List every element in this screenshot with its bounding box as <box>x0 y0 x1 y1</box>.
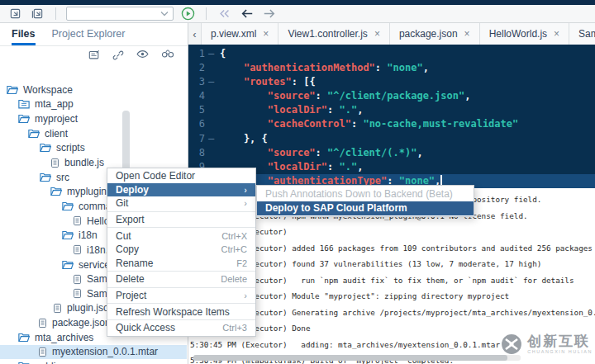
menu-item-label: Export <box>116 214 145 225</box>
tree-item[interactable]: scripts <box>0 141 187 156</box>
code-line[interactable]: 5 "localDir": ".", <box>188 103 595 117</box>
menu-item-label: Rename <box>116 258 153 269</box>
code-token: "localDir" <box>268 104 327 116</box>
navigate-forward-button[interactable] <box>261 7 278 21</box>
editor-tab-helloworld-js[interactable]: HelloWorld.js× <box>480 23 569 45</box>
code-token: , <box>464 90 470 102</box>
editor-tab-p-view-xml[interactable]: p.view.xml× <box>202 23 278 45</box>
link-editor-button[interactable] <box>112 50 124 61</box>
menu-separator <box>107 319 255 320</box>
code-text: { <box>217 47 226 61</box>
menu-item-label: Delete <box>116 273 145 285</box>
code-token: { <box>220 48 226 59</box>
code-token <box>220 62 244 73</box>
tree-item[interactable]: Workspace <box>0 83 187 97</box>
menu-item-quick-access[interactable]: Quick AccessCtrl+3 <box>107 321 255 335</box>
tree-item-label: scripts <box>56 142 85 154</box>
fold-marker-icon[interactable]: ‒ <box>205 132 217 146</box>
line-number: 3 <box>188 75 205 89</box>
menu-item-project[interactable]: Project› <box>107 289 255 303</box>
console-hscrollbar-thumb[interactable] <box>193 355 507 361</box>
menu-item-copy[interactable]: CopyCtrl+C <box>107 243 255 257</box>
menu-item-rename[interactable]: RenameF2 <box>107 257 255 271</box>
menu-item-refresh-workspace-items[interactable]: Refresh Workspace Items <box>107 305 255 319</box>
fold-marker-icon <box>205 61 217 75</box>
navigate-back-all-button[interactable] <box>217 7 233 21</box>
search-files-button[interactable] <box>161 50 174 61</box>
menu-item-open-code-editor[interactable]: Open Code Editor <box>107 169 255 183</box>
tree-item-label: public <box>35 361 60 364</box>
double-left-arrow-icon <box>218 9 231 18</box>
tree-item[interactable]: myextension_0.0.1.mtar <box>0 345 187 360</box>
code-token: "^/client/package.json" <box>327 90 464 102</box>
code-line[interactable]: 2 "authenticationMethod": "none", <box>188 61 595 75</box>
main-toolbar <box>0 5 595 23</box>
menu-shortcut: Ctrl+3 <box>222 323 247 333</box>
code-line[interactable]: 4 "source": "^/client/package.json", <box>188 89 595 103</box>
tree-item-label: src <box>56 172 69 183</box>
tab-close-icon[interactable]: × <box>554 28 559 40</box>
code-line[interactable]: 3‒ "routes": [{ <box>188 75 595 89</box>
save-all-icon <box>31 7 44 20</box>
save-button[interactable] <box>7 7 23 21</box>
code-editor[interactable]: 1‒{2 "authenticationMethod": "none",3‒ "… <box>188 45 595 188</box>
code-token: : <box>327 161 339 173</box>
code-token: "." <box>340 104 358 116</box>
run-configuration-dropdown[interactable] <box>66 7 174 21</box>
sidebar-tab-project-explorer[interactable]: Project Explorer <box>52 23 126 45</box>
toolbar-separator <box>206 7 207 20</box>
file-icon <box>50 158 60 168</box>
code-token: "^/client/(.*)" <box>327 147 416 158</box>
menu-shortcut: Delete <box>221 274 247 284</box>
menu-separator <box>107 227 255 228</box>
code-text: "localDir": ".", <box>217 103 363 117</box>
menu-shortcut: F2 <box>236 258 247 268</box>
editor-tab-package-json[interactable]: package.json× <box>390 23 480 45</box>
code-line[interactable]: 7‒ }, { <box>188 132 595 146</box>
editor-tab-view1-controller-js[interactable]: View1.controller.js× <box>278 23 390 45</box>
run-play-icon <box>181 7 195 21</box>
editor-tab-label: Sample.js <box>578 28 595 40</box>
menu-item-git[interactable]: Git› <box>107 196 255 210</box>
menu-item-deploy[interactable]: Deploy› <box>107 183 255 197</box>
tree-item[interactable]: public <box>0 359 187 364</box>
tab-close-icon[interactable]: × <box>464 28 470 40</box>
code-line[interactable]: 8 "source": "^/client/(.*)", <box>188 146 595 160</box>
fold-marker-icon[interactable]: ‒ <box>205 75 217 89</box>
sidebar-tab-bar: FilesProject Explorer <box>0 23 188 46</box>
submenu-item-label: Push Annotations Down to Backend (Beta) <box>265 188 453 200</box>
code-line[interactable]: 6 "cacheControl": "no-cache,must-revalid… <box>188 117 595 131</box>
fold-marker-icon[interactable]: ‒ <box>205 47 217 61</box>
code-text: "cacheControl": "no-cache,must-revalidat… <box>217 117 518 131</box>
file-icon <box>38 347 47 357</box>
menu-item-export[interactable]: Export <box>107 213 255 227</box>
tab-scroll-left-button[interactable]: ‹ <box>188 23 202 45</box>
show-hidden-files-button[interactable] <box>136 50 149 61</box>
tab-close-icon[interactable]: × <box>263 28 269 40</box>
save-all-button[interactable] <box>29 7 45 21</box>
tree-item[interactable]: client <box>0 126 187 141</box>
code-token: "none" <box>387 62 422 73</box>
collapse-all-button[interactable] <box>88 50 100 61</box>
code-token <box>220 90 268 102</box>
submenu-item-deploy-to-sap-cloud-platform[interactable]: Deploy to SAP Cloud Platform <box>257 201 474 216</box>
tab-close-icon[interactable]: × <box>374 28 380 40</box>
tree-item[interactable]: mta_app <box>0 97 187 112</box>
code-token: "cacheControl" <box>268 118 351 130</box>
tree-item-label: package.json <box>52 317 111 329</box>
code-line[interactable]: 1‒{ <box>188 47 595 61</box>
folder-open-icon <box>18 333 30 343</box>
code-token: : <box>316 90 327 102</box>
code-token <box>220 76 244 87</box>
submenu-item-push-annotations-down-to-backend-beta-[interactable]: Push Annotations Down to Backend (Beta) <box>257 187 474 201</box>
menu-item-cut[interactable]: CutCtrl+X <box>107 229 255 243</box>
menu-item-delete[interactable]: DeleteDelete <box>107 272 255 286</box>
navigate-back-button[interactable] <box>239 7 255 21</box>
watermark-text: 创新互联 <box>527 334 593 348</box>
editor-tab-sample-js[interactable]: Sample.js× <box>569 23 595 45</box>
tree-item-label: mta_app <box>35 98 74 110</box>
sidebar-tab-files[interactable]: Files <box>12 23 36 45</box>
run-button[interactable] <box>179 7 196 21</box>
tree-item[interactable]: myproject <box>0 111 187 126</box>
console-hscrollbar[interactable] <box>193 355 521 361</box>
